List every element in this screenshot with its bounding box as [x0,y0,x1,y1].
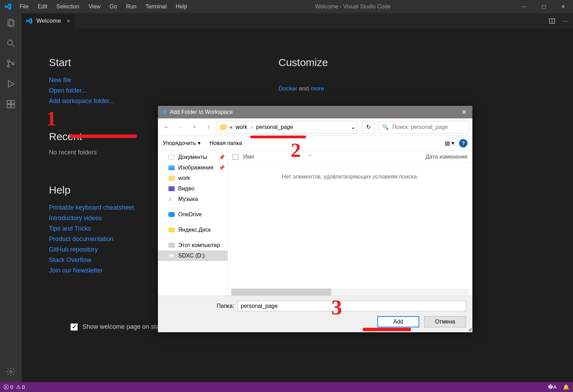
close-window-button[interactable]: ✕ [553,0,573,13]
svg-rect-7 [7,101,10,104]
tree-item-thispc[interactable]: Этот компьютер [158,240,227,251]
computer-icon [168,243,175,248]
resize-grip-icon[interactable]: ◢ [468,326,472,332]
menu-terminal[interactable]: Terminal [141,2,171,11]
new-folder-button[interactable]: Новая папка [210,140,242,146]
tree-item-music[interactable]: Музыка [158,194,227,204]
collapse-icon[interactable]: ⌃ [308,153,312,160]
dialog-search-input[interactable]: 🔍 Поиск: personal_page [379,121,470,133]
video-icon [168,186,175,191]
refresh-button[interactable]: ↻ [362,121,375,133]
select-all-checkbox[interactable] [233,154,238,160]
svg-point-11 [10,371,12,373]
svg-point-2 [8,40,13,45]
customize-tools-desc: Docker and more [278,85,559,92]
search-icon[interactable] [5,38,16,49]
svg-point-5 [7,65,9,67]
file-list-pane: Имя ⌃ Дата изменения Нет элементов, удов… [228,151,472,296]
link-more[interactable]: more [311,85,324,92]
svg-line-3 [12,45,15,47]
nav-back-button[interactable]: ← [161,121,173,133]
run-debug-icon[interactable] [5,78,16,89]
tree-item-sdxc[interactable]: SDXC (D:) [158,251,227,261]
view-options-button[interactable]: ▤ ▾ [445,140,454,146]
window-title: Welcome - Visual Studio Code [191,3,514,10]
music-icon [168,197,175,202]
breadcrumb[interactable]: « work › personal_page ⌄ [217,121,358,133]
svg-rect-9 [11,104,14,108]
tree-item-work[interactable]: work [158,173,227,183]
folder-tree[interactable]: Документы📌 Изображения📌 work Видео Музык… [158,151,228,296]
more-actions-icon[interactable]: ⋯ [563,18,568,24]
search-placeholder: Поиск: personal_page [392,124,448,130]
scrollbar-thumb[interactable] [231,289,331,296]
activity-bar [0,13,22,382]
vscode-logo-icon [161,109,167,115]
nav-recent-button[interactable]: ▾ [189,121,201,133]
help-icon[interactable]: ? [459,139,467,147]
extensions-icon[interactable] [5,99,16,110]
split-editor-icon[interactable] [549,17,556,24]
nav-forward-button[interactable]: → [175,121,187,133]
dialog-titlebar: Add Folder to Workspace ✕ [158,106,472,118]
pin-icon: 📌 [219,154,225,160]
organize-menu[interactable]: Упорядочить ▾ [163,140,201,146]
menu-view[interactable]: View [84,2,104,11]
column-date[interactable]: Дата изменения [426,154,467,160]
folder-icon [220,124,227,130]
menu-edit[interactable]: Edit [34,2,52,11]
tab-welcome[interactable]: Welcome × [22,13,75,29]
settings-gear-icon[interactable] [5,366,16,377]
tree-item-video[interactable]: Видео [158,183,227,194]
tree-item-documents[interactable]: Документы📌 [158,152,227,162]
customize-heading: Customize [278,57,559,68]
search-icon: 🔍 [382,124,389,130]
status-bar: ⓧ 0 ⚠ 0 �A 🔔 [0,382,573,392]
start-add-workspace-folder[interactable]: Add workspace folder... [49,96,258,106]
add-button[interactable]: Add [377,316,419,327]
show-welcome-checkbox-row[interactable]: ✓ Show welcome page on startup [71,323,170,331]
pin-icon: 📌 [219,165,225,170]
maximize-button[interactable]: ▢ [534,0,553,13]
menu-help[interactable]: Help [172,2,191,11]
start-open-folder[interactable]: Open folder... [49,85,258,96]
column-name[interactable]: Имя [243,154,254,160]
status-warnings[interactable]: ⚠ 0 [16,384,25,390]
menu-run[interactable]: Run [122,2,140,11]
link-docker[interactable]: Docker [278,85,297,92]
chevron-down-icon[interactable]: ⌄ [351,124,355,130]
show-welcome-label: Show welcome page on startup [82,323,170,331]
feedback-icon[interactable]: �A [548,384,557,390]
cancel-button[interactable]: Отмена [424,316,466,327]
yandex-disk-icon [168,227,175,232]
breadcrumb-work[interactable]: work [234,124,249,130]
notifications-icon[interactable]: 🔔 [563,384,570,390]
tree-item-onedrive[interactable]: OneDrive [158,209,227,220]
dialog-nav-bar: ← → ▾ ↑ « work › personal_page ⌄ ↻ 🔍 Пои… [158,118,472,136]
menu-go[interactable]: Go [106,2,121,11]
close-tab-icon[interactable]: × [67,17,71,25]
checkbox-checked-icon[interactable]: ✓ [71,324,78,331]
breadcrumb-personal-page[interactable]: personal_page [255,124,295,130]
dialog-close-button[interactable]: ✕ [458,108,470,116]
editor-area: Welcome × ⋯ Start New file Open folder..… [22,13,573,382]
minimize-button[interactable]: ─ [514,0,534,13]
explorer-icon[interactable] [5,17,16,29]
folder-icon [168,176,175,181]
titlebar: File Edit Selection View Go Run Terminal… [0,0,573,13]
source-control-icon[interactable] [5,58,16,69]
empty-list-message: Нет элементов, удовлетворяющих условиям … [228,163,472,190]
add-folder-dialog: Add Folder to Workspace ✕ ← → ▾ ↑ « work… [158,106,472,332]
menu-file[interactable]: File [15,2,33,11]
menu-selection[interactable]: Selection [52,2,84,11]
start-new-file[interactable]: New file [49,75,258,85]
nav-up-button[interactable]: ↑ [203,121,215,133]
folder-name-input[interactable] [238,301,466,311]
tree-item-images[interactable]: Изображения📌 [158,162,227,173]
status-errors[interactable]: ⓧ 0 [3,384,13,391]
dialog-title: Add Folder to Workspace [170,109,233,115]
window-controls: ─ ▢ ✕ [514,0,573,13]
tree-item-yadisk[interactable]: Яндекс.Диск [158,225,227,235]
horizontal-scrollbar[interactable] [231,289,469,296]
menubar: File Edit Selection View Go Run Terminal… [15,2,191,11]
